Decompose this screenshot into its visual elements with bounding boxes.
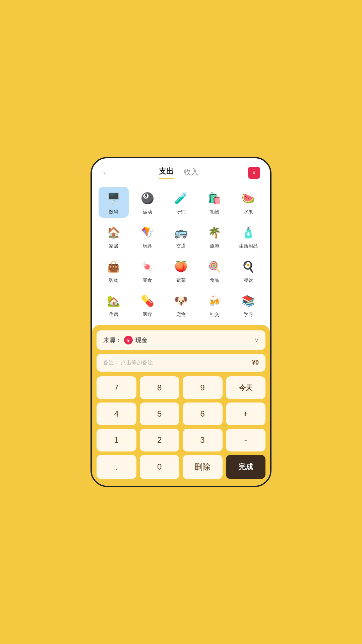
home-label: 家居 bbox=[109, 243, 118, 249]
snack-icon: 🍬 bbox=[139, 258, 156, 275]
back-button[interactable]: ← bbox=[102, 168, 109, 177]
note-label: 备注： 点击添加备注 bbox=[103, 359, 153, 366]
shopping-icon: 👜 bbox=[105, 258, 122, 275]
book-icon[interactable]: ¥ bbox=[248, 167, 260, 179]
gift-label: 礼物 bbox=[210, 209, 219, 215]
category-item-fruit[interactable]: 🍉水果 bbox=[233, 187, 263, 218]
category-item-pet[interactable]: 🐶宠物 bbox=[166, 289, 196, 320]
category-item-travel[interactable]: 🌴旅游 bbox=[199, 221, 230, 252]
medical-icon: 💊 bbox=[139, 292, 156, 310]
shopping-label: 购物 bbox=[109, 277, 118, 283]
snack-label: 零食 bbox=[143, 277, 152, 283]
veggie-icon: 🍑 bbox=[172, 258, 190, 275]
category-item-snack[interactable]: 🍬零食 bbox=[132, 255, 162, 286]
daily-label: 生活用品 bbox=[239, 243, 258, 249]
category-item-medical[interactable]: 💊医疗 bbox=[132, 289, 162, 320]
source-row[interactable]: 来源： ¥ 现金 ∨ bbox=[97, 330, 265, 350]
category-item-toy[interactable]: 🪁玩具 bbox=[132, 221, 162, 252]
pet-icon: 🐶 bbox=[172, 292, 190, 310]
veggie-label: 蔬菜 bbox=[176, 277, 186, 283]
tab-income[interactable]: 收入 bbox=[184, 167, 198, 178]
dining-icon: 🍳 bbox=[240, 258, 257, 275]
category-item-housing[interactable]: 🏡住房 bbox=[99, 289, 129, 320]
calculator-panel: 来源： ¥ 现金 ∨ 备注： 点击添加备注 ¥0 789今天456+123-.0… bbox=[92, 325, 270, 486]
toy-icon: 🪁 bbox=[139, 224, 156, 241]
key-delete[interactable]: 删除 bbox=[183, 455, 223, 479]
category-item-shopping[interactable]: 👜购物 bbox=[99, 255, 129, 286]
yuan-icon: ¥ bbox=[124, 336, 133, 344]
digital-icon: 🖥️ bbox=[105, 190, 122, 207]
key-plus[interactable]: + bbox=[226, 402, 266, 425]
category-item-sport[interactable]: 🎱运动 bbox=[132, 187, 162, 218]
key-1[interactable]: 1 bbox=[97, 429, 136, 451]
amount-display: ¥0 bbox=[252, 359, 259, 366]
pet-label: 宠物 bbox=[176, 312, 186, 318]
header: ← 支出 收入 ¥ bbox=[92, 158, 270, 182]
key-3[interactable]: 3 bbox=[183, 429, 223, 451]
category-item-home[interactable]: 🏠家居 bbox=[99, 221, 129, 252]
category-item-research[interactable]: 🧪研究 bbox=[166, 187, 196, 218]
key-2[interactable]: 2 bbox=[140, 429, 180, 451]
fruit-label: 水果 bbox=[244, 209, 253, 215]
key-6[interactable]: 6 bbox=[183, 402, 223, 425]
key-8[interactable]: 8 bbox=[140, 376, 180, 399]
category-item-veggie[interactable]: 🍑蔬菜 bbox=[166, 255, 196, 286]
source-name: 现金 bbox=[135, 336, 147, 344]
key-done[interactable]: 完成 bbox=[226, 455, 266, 479]
transport-label: 交通 bbox=[176, 243, 186, 249]
research-icon: 🧪 bbox=[172, 190, 190, 207]
category-item-study[interactable]: 📚学习 bbox=[233, 289, 263, 320]
fruit-icon: 🍉 bbox=[240, 190, 257, 207]
home-icon: 🏠 bbox=[105, 224, 122, 241]
travel-label: 旅游 bbox=[210, 243, 219, 249]
category-item-daily[interactable]: 🧴生活用品 bbox=[233, 221, 263, 252]
food-icon: 🍭 bbox=[206, 258, 223, 275]
category-item-gift[interactable]: 🛍️礼物 bbox=[199, 187, 230, 218]
medical-label: 医疗 bbox=[143, 312, 152, 318]
key-4[interactable]: 4 bbox=[97, 402, 136, 425]
gift-icon: 🛍️ bbox=[206, 190, 223, 207]
housing-label: 住房 bbox=[109, 312, 118, 318]
tab-expense[interactable]: 支出 bbox=[159, 166, 174, 179]
key-9[interactable]: 9 bbox=[183, 376, 223, 399]
calc-keys: 789今天456+123-.0删除完成 bbox=[97, 376, 265, 479]
key-7[interactable]: 7 bbox=[97, 376, 136, 399]
study-label: 学习 bbox=[244, 312, 253, 318]
key-today[interactable]: 今天 bbox=[226, 376, 266, 399]
digital-label: 数码 bbox=[109, 209, 118, 215]
key-5[interactable]: 5 bbox=[140, 402, 180, 425]
toy-label: 玩具 bbox=[143, 243, 152, 249]
travel-icon: 🌴 bbox=[206, 224, 223, 241]
source-label: 来源： bbox=[103, 336, 121, 344]
housing-icon: 🏡 bbox=[105, 292, 122, 310]
header-tabs: 支出 收入 bbox=[159, 166, 198, 179]
category-item-dining[interactable]: 🍳餐饮 bbox=[233, 255, 263, 286]
sport-icon: 🎱 bbox=[139, 190, 156, 207]
daily-icon: 🧴 bbox=[240, 224, 257, 241]
dining-label: 餐饮 bbox=[244, 277, 253, 283]
note-row[interactable]: 备注： 点击添加备注 ¥0 bbox=[97, 354, 265, 372]
key-0[interactable]: 0 bbox=[140, 455, 180, 479]
study-icon: 📚 bbox=[240, 292, 257, 310]
category-item-social[interactable]: 🍻社交 bbox=[199, 289, 230, 320]
social-icon: 🍻 bbox=[206, 292, 223, 310]
chevron-down-icon: ∨ bbox=[254, 336, 259, 344]
phone-frame: ← 支出 收入 ¥ 🖥️数码🎱运动🧪研究🛍️礼物🍉水果🏠家居🪁玩具🚌交通🌴旅游🧴… bbox=[90, 157, 272, 487]
social-label: 社交 bbox=[210, 312, 219, 318]
key-minus[interactable]: - bbox=[226, 429, 266, 451]
transport-icon: 🚌 bbox=[172, 224, 190, 241]
sport-label: 运动 bbox=[143, 209, 152, 215]
category-item-digital[interactable]: 🖥️数码 bbox=[99, 187, 129, 218]
food-label: 食品 bbox=[210, 277, 219, 283]
research-label: 研究 bbox=[176, 209, 186, 215]
category-grid: 🖥️数码🎱运动🧪研究🛍️礼物🍉水果🏠家居🪁玩具🚌交通🌴旅游🧴生活用品👜购物🍬零食… bbox=[92, 182, 270, 325]
category-item-transport[interactable]: 🚌交通 bbox=[166, 221, 196, 252]
category-item-food[interactable]: 🍭食品 bbox=[199, 255, 230, 286]
key-dot[interactable]: . bbox=[97, 455, 136, 479]
source-left: 来源： ¥ 现金 bbox=[103, 336, 147, 344]
